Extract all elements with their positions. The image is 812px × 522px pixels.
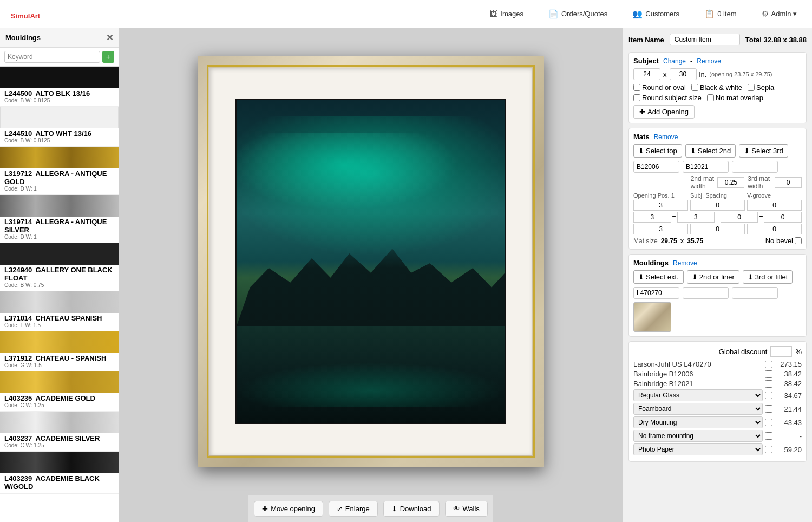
cart-icon: 📋 [704,9,715,19]
black-white-check: Black & white [691,83,742,92]
no-mat-overlap-checkbox[interactable] [707,94,714,101]
select-3rd-button[interactable]: ⬇ Select 3rd [739,144,788,158]
b12021-checkbox[interactable] [765,380,772,388]
walls-button[interactable]: 👁 Walls [445,501,488,517]
black-white-checkbox[interactable] [691,84,698,91]
sp1-input[interactable] [690,200,745,211]
moulding-code-row [633,287,802,299]
nav-customers-label: Customers [645,10,679,18]
mat3-code-input[interactable] [732,161,778,173]
photo-paper-checkbox[interactable] [765,446,772,453]
list-item[interactable]: L403239 ACADEMIE BLACK W/GOLD [0,452,119,494]
op2-input[interactable] [633,212,671,223]
mat2-code-input[interactable] [683,161,729,173]
swatch-academie-silver [0,412,119,433]
round-subject-checkbox[interactable] [633,94,640,101]
no-bevel-checkbox[interactable] [795,237,802,244]
no-mat-overlap-check: No mat overlap [707,94,763,102]
glass-select[interactable]: Regular Glass [633,389,763,401]
list-item[interactable]: L371014 CHATEAU SPANISH Code: F W: 1.5 [0,291,119,331]
sp3-input[interactable] [690,224,745,234]
op3-input[interactable] [633,224,688,234]
subj-spacing-label: Subj. Spacing [690,192,745,199]
select-3rd-fillet-button[interactable]: ⬇ 3rd or fillet [743,270,793,284]
select-ext-button[interactable]: ⬇ Select ext. [633,270,684,284]
subject-width-input[interactable] [633,68,660,80]
opening-label: (opening 23.75 x 29.75) [709,71,772,77]
b12006-checkbox[interactable] [765,370,772,378]
nav-admin[interactable]: ⚙ Admin ▾ [757,7,801,21]
select-2nd-liner-button[interactable]: ⬇ 2nd or liner [687,270,739,284]
swatch-antique-silver [0,195,119,217]
photo-paper-select[interactable]: Photo Paper [633,443,763,455]
dry-mounting-checkbox[interactable] [765,419,772,426]
sidebar-search-row: + [0,48,119,67]
select-top-button[interactable]: ⬇ Select top [633,144,682,158]
sepia-checkbox[interactable] [748,84,755,91]
sidebar-close-button[interactable]: ✕ [106,32,113,43]
mat-size-row: Mat size 29.75 x 35.75 No bevel [633,237,802,245]
nav-customers[interactable]: 👥 Customers [628,7,684,21]
nav-item-count[interactable]: 📋 0 item [700,7,741,21]
vg1-input[interactable] [747,200,802,211]
enlarge-button[interactable]: ⤢ Enlarge [329,501,378,517]
list-item[interactable]: L244500 ALTO BLK 13/16 Code: B W: 0.8125 [0,67,119,107]
moulding-name: L403239 ACADEMIE BLACK W/GOLD [4,474,114,491]
mouldings-remove-link[interactable]: Remove [673,259,697,267]
moulding-code: Code: B W: 0.75 [4,282,114,288]
price-value-dry-mounting: 43.43 [775,419,802,427]
list-item[interactable]: L244510 ALTO WHT 13/16 Code: B W: 0.8125 [0,107,119,147]
global-discount-input[interactable] [770,346,792,357]
subject-height-input[interactable] [670,68,697,80]
nav-images[interactable]: 🖼 Images [485,7,528,21]
price-row-glass: Regular Glass 34.67 [633,389,802,401]
no-frame-mounting-checkbox[interactable] [765,432,772,440]
no-frame-mounting-select[interactable]: No frame mounting [633,430,763,442]
download-button[interactable]: ⬇ Download [383,501,440,517]
mat3-width-input[interactable] [775,177,802,188]
subject-remove-link[interactable]: Remove [697,57,721,65]
mats-section: Mats Remove ⬇ Select top ⬇ Select 2nd ⬇ … [628,128,807,250]
list-item[interactable]: L319712 ALLEGRA - ANTIQUE GOLD Code: D W… [0,147,119,195]
moulding-code: Code: B W: 0.8125 [4,97,114,103]
mat-width-val: 29.75 [661,237,677,245]
liner-code-input[interactable] [683,287,729,299]
op1-input[interactable] [633,200,688,211]
round-oval-checkbox[interactable] [633,84,640,91]
mats-remove-link[interactable]: Remove [654,133,678,141]
list-item[interactable]: L371912 CHATEAU - SPANISH Code: G W: 1.5 [0,331,119,371]
foamboard-select[interactable]: Foamboard [633,403,763,415]
larson-checkbox[interactable] [765,361,772,368]
mat2-width-input[interactable] [717,177,744,188]
walls-icon: 👁 [453,505,460,513]
mat1-code-input[interactable] [633,161,679,173]
vg3-input[interactable] [747,224,802,234]
glass-checkbox[interactable] [765,392,772,399]
moulding-code: Code: D W: 1 [4,186,114,192]
sp2val-input[interactable] [764,212,802,223]
ext-code-input[interactable] [633,287,679,299]
add-opening-button[interactable]: ✚ Add Opening [633,105,695,119]
item-name-input[interactable] [670,34,740,45]
op2val-input[interactable] [677,212,715,223]
foamboard-checkbox[interactable] [765,405,772,413]
dry-mounting-select[interactable]: Dry Mounting [633,416,763,428]
list-item[interactable]: L319714 ALLEGRA - ANTIQUE SILVER Code: D… [0,195,119,243]
list-item[interactable]: L403235 ACADEMIE GOLD Code: C W: 1.25 [0,371,119,412]
search-button[interactable]: + [102,51,114,63]
move-opening-button[interactable]: ✚ Move opening [254,501,323,517]
list-item[interactable]: L403237 ACADEMIE SILVER Code: C W: 1.25 [0,412,119,452]
move-opening-label: Move opening [271,505,315,513]
select-2nd-button[interactable]: ⬇ Select 2nd [685,144,736,158]
ext-arrow-icon: ⬇ [638,273,644,281]
subject-change-link[interactable]: Change [663,57,686,65]
moulding-list: L244500 ALTO BLK 13/16 Code: B W: 0.8125… [0,67,119,522]
sp2-input[interactable] [721,212,758,223]
keyword-input[interactable] [4,51,100,63]
moulding-code: Code: C W: 1.25 [4,442,114,448]
fillet-code-input[interactable] [732,287,778,299]
price-label-b12021: Bainbridge B12021 [633,380,763,388]
nav-orders[interactable]: 📄 Orders/Quotes [544,7,612,21]
price-label-larson: Larson-Juhl US L470270 [633,360,763,368]
list-item[interactable]: L324940 GALLERY ONE BLACK FLOAT Code: B … [0,243,119,291]
